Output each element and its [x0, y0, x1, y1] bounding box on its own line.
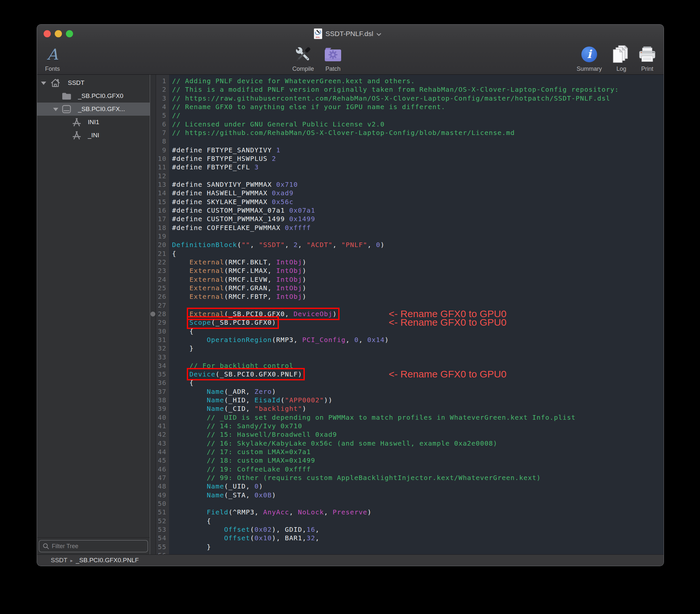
code-line[interactable]: 1// Adding PNLF device for WhateverGreen…: [150, 77, 664, 85]
fonts-letter-a-icon: A: [47, 47, 58, 62]
code-line[interactable]: 29Scope(_SB.PCI0.GFX0)<- Rename GFX0 to …: [150, 318, 664, 327]
code-line[interactable]: 19: [150, 232, 664, 240]
line-number: 14: [150, 189, 169, 197]
code-line[interactable]: 17#define CUSTOM_PWMMAX_1499 0x1499: [150, 215, 664, 223]
code-line[interactable]: 44// 17: custom LMAX=0x7a1: [150, 448, 664, 456]
code-line[interactable]: 38Name(_HID, EisaId("APP0002")): [150, 396, 664, 404]
title-bar[interactable]: DSL SSDT-PNLF.dsl: [37, 25, 664, 42]
code-line[interactable]: 22External(RMCF.BKLT, IntObj): [150, 258, 664, 266]
code-line[interactable]: 54Offset(0x10), BAR1,32,: [150, 534, 664, 542]
filter-field[interactable]: [39, 540, 148, 552]
code-line[interactable]: 11#define FBTYPE_CFL 3: [150, 163, 664, 171]
code-line[interactable]: 47// 99: Other (requires custom AppleBac…: [150, 474, 664, 482]
code-line[interactable]: 8: [150, 137, 664, 146]
line-number: 39: [150, 404, 169, 413]
zoom-button[interactable]: [66, 30, 73, 37]
code-line[interactable]: 48Name(_UID, 0): [150, 482, 664, 490]
code-line[interactable]: 51Field(^RMP3, AnyAcc, NoLock, Preserve): [150, 508, 664, 516]
line-number: 35: [150, 370, 169, 378]
line-number: 54: [150, 534, 169, 542]
code-line[interactable]: 14#define HASWELL_PWMMAX 0xad9: [150, 189, 664, 197]
code-line[interactable]: 40// _UID is set depending on PWMMax to …: [150, 413, 664, 422]
print-button[interactable]: Print: [628, 44, 664, 72]
line-number: 2: [150, 85, 169, 94]
sidebar-item-sb-pci0-gfx-selected[interactable]: _SB.PCI0.GFX...: [37, 102, 150, 116]
code-line[interactable]: 55}: [150, 542, 664, 551]
sidebar-item-ssdt[interactable]: SSDT: [37, 76, 150, 89]
line-number: 30: [150, 327, 169, 336]
code-line[interactable]: 26External(RMCF.FBTP, IntObj): [150, 292, 664, 301]
line-number: 40: [150, 413, 169, 422]
code-line[interactable]: 13#define SANDYIVY_PWMMAX 0x710: [150, 180, 664, 189]
summary-label: Summary: [576, 65, 602, 72]
code-line[interactable]: 23External(RMCF.LMAX, IntObj): [150, 266, 664, 275]
document-proxy-icon[interactable]: DSL: [314, 28, 322, 39]
code-line[interactable]: 25External(RMCF.GRAN, IntObj): [150, 284, 664, 292]
line-number: 37: [150, 387, 169, 396]
code-line[interactable]: 31OperationRegion(RMP3, PCI_Config, 0, 0…: [150, 336, 664, 344]
code-line[interactable]: 7// https://github.com/RehabMan/OS-X-Clo…: [150, 128, 664, 137]
code-line[interactable]: 43// 16: Skylake/KabyLake 0x56c (and som…: [150, 439, 664, 448]
close-button[interactable]: [43, 30, 51, 37]
code-line[interactable]: 41// 14: Sandy/Ivy 0x710: [150, 422, 664, 430]
code-line[interactable]: 2// This is a modified PNLF version orig…: [150, 85, 664, 94]
code-line[interactable]: 53Offset(0x02), GDID,16,: [150, 525, 664, 534]
window-title: SSDT-PNLF.dsl: [325, 30, 373, 38]
code-line[interactable]: 42// 15: Haswell/Broadwell 0xad9: [150, 430, 664, 439]
code-line[interactable]: 9#define FBTYPE_SANDYIVY 1: [150, 146, 664, 154]
sidebar-item-ini1[interactable]: INI1: [37, 116, 150, 129]
code-line[interactable]: 50: [150, 499, 664, 508]
log-label: Log: [616, 65, 626, 72]
code-lines[interactable]: 1// Adding PNLF device for WhateverGreen…: [150, 77, 664, 554]
code-line[interactable]: 45// 18: custom LMAX=0x1499: [150, 456, 664, 465]
code-editor[interactable]: 1// Adding PNLF device for WhateverGreen…: [150, 75, 664, 554]
code-line[interactable]: 10#define FBTYPE_HSWPLUS 2: [150, 154, 664, 163]
rename-annotation: <- Rename GFX0 to GPU0: [389, 318, 506, 327]
code-line[interactable]: 20DefinitionBlock("", "SSDT", 2, "ACDT",…: [150, 240, 664, 249]
disclosure-triangle-icon[interactable]: [41, 82, 46, 85]
code-line[interactable]: 15#define SKYLAKE_PWMMAX 0x56c: [150, 198, 664, 206]
code-line[interactable]: 39Name(_CID, "backlight"): [150, 404, 664, 413]
code-line[interactable]: 5//: [150, 111, 664, 120]
filter-tree-input[interactable]: [52, 543, 144, 550]
code-line[interactable]: 56: [150, 551, 664, 554]
code-line[interactable]: 32}: [150, 344, 664, 352]
disclosure-triangle-icon[interactable]: [53, 108, 58, 111]
line-number: 16: [150, 206, 169, 215]
breadcrumb-path: _SB.PCI0.GFX0.PNLF: [76, 557, 139, 564]
code-line[interactable]: 30{: [150, 327, 664, 336]
patch-button[interactable]: Patch: [313, 44, 353, 72]
code-line[interactable]: 4// Rename GFX0 to anything else if your…: [150, 102, 664, 111]
code-line[interactable]: 36{: [150, 378, 664, 387]
line-number: 12: [150, 172, 169, 180]
line-number: 34: [150, 361, 169, 370]
code-line[interactable]: 6// Licensed under GNU General Public Li…: [150, 120, 664, 128]
fonts-button[interactable]: A Fonts: [37, 44, 72, 72]
line-number: 28: [150, 310, 169, 318]
sidebar-item-ini[interactable]: _INI: [37, 129, 150, 142]
code-line[interactable]: 24External(RMCF.LEVW, IntObj): [150, 275, 664, 284]
code-line[interactable]: 46// 19: CoffeeLake 0xffff: [150, 465, 664, 474]
doc-swirl-decoration: [314, 29, 322, 35]
line-number: 32: [150, 344, 169, 352]
folder-icon: [61, 91, 72, 101]
code-line[interactable]: 49Name(_STA, 0x0B): [150, 491, 664, 499]
code-line[interactable]: 52{: [150, 517, 664, 525]
code-line[interactable]: 3// https://raw.githubusercontent.com/Re…: [150, 94, 664, 102]
sidebar-item-sb-pci0-gfx0[interactable]: _SB.PCI0.GFX0: [37, 89, 150, 102]
code-line[interactable]: 18#define COFFEELAKE_PWMMAX 0xffff: [150, 224, 664, 232]
chevron-down-icon[interactable]: [377, 33, 381, 36]
code-line[interactable]: 12: [150, 172, 664, 180]
fonts-label: Fonts: [45, 65, 60, 72]
line-number: 31: [150, 336, 169, 344]
code-line[interactable]: 16#define CUSTOM_PWMMAX_07a1 0x07a1: [150, 206, 664, 215]
minimize-button[interactable]: [55, 30, 62, 37]
tree-outline: SSDT _SB.PCI0.GFX0 _SB.PCI0.GFX...: [37, 76, 150, 142]
line-number: 23: [150, 266, 169, 275]
code-line[interactable]: 35Device(_SB.PCI0.GFX0.PNLF)<- Rename GF…: [150, 370, 664, 378]
code-line[interactable]: 37Name(_ADR, Zero): [150, 387, 664, 396]
title-group[interactable]: DSL SSDT-PNLF.dsl: [314, 27, 381, 40]
code-line[interactable]: 21{: [150, 249, 664, 258]
line-number: 41: [150, 422, 169, 430]
code-line[interactable]: 33: [150, 353, 664, 361]
